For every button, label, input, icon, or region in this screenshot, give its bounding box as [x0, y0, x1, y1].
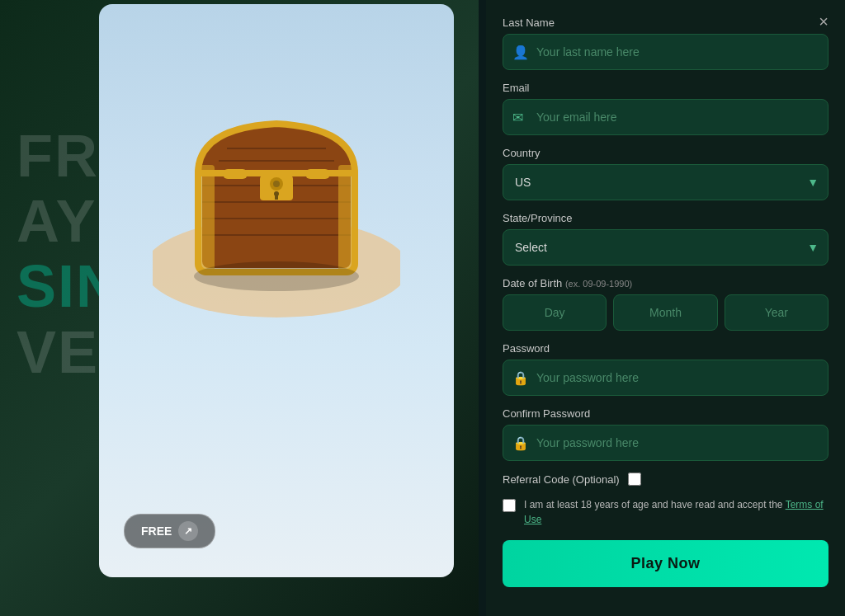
free-button[interactable]: FREE ↗ — [124, 514, 215, 548]
state-field: State/Province Select Alabama Alaska Ari… — [503, 212, 828, 266]
password-input-wrapper: 🔒 — [503, 360, 828, 396]
referral-checkbox[interactable] — [628, 473, 641, 486]
last-name-input-wrapper: 👤 — [503, 34, 828, 70]
dob-day-input[interactable] — [503, 294, 607, 331]
free-label: FREE — [141, 524, 172, 538]
state-select-wrapper: Select Alabama Alaska Arizona California… — [503, 229, 828, 266]
state-label: State/Province — [503, 212, 828, 224]
referral-row: Referral Code (Optional) — [503, 473, 828, 486]
svg-rect-17 — [305, 169, 330, 179]
email-icon: ✉ — [512, 110, 523, 125]
treasure-chest — [153, 54, 400, 317]
country-field: Country US CA UK AU ▼ — [503, 147, 828, 200]
close-button[interactable]: × — [812, 10, 835, 33]
dob-row — [503, 294, 828, 331]
country-select-wrapper: US CA UK AU ▼ — [503, 164, 828, 200]
footer: This site is protected by reCAPTCHA and … — [486, 609, 845, 616]
arrow-icon: ↗ — [178, 521, 198, 541]
terms-text: I am at least 18 years of age and have r… — [524, 497, 828, 527]
country-label: Country — [503, 147, 828, 159]
email-field: Email ✉ — [503, 82, 828, 135]
terms-row: I am at least 18 years of age and have r… — [503, 497, 828, 527]
confirm-lock-icon: 🔒 — [512, 435, 529, 451]
image-card: FREE ↗ — [99, 4, 454, 577]
background-left: FREE AY S SINC VER! NO PUR — [0, 0, 479, 616]
dob-year-input[interactable] — [725, 294, 828, 331]
last-name-input[interactable] — [503, 34, 828, 70]
user-icon: 👤 — [512, 45, 529, 60]
dob-label: Date of Birth (ex. 09-09-1990) — [503, 277, 828, 289]
lock-icon: 🔒 — [512, 370, 529, 386]
svg-rect-14 — [198, 165, 215, 272]
password-input[interactable] — [503, 360, 828, 396]
referral-label: Referral Code (Optional) — [503, 473, 620, 486]
country-select[interactable]: US CA UK AU — [503, 164, 828, 200]
last-name-field: Last Name 👤 — [503, 16, 828, 70]
dob-field: Date of Birth (ex. 09-09-1990) — [503, 277, 828, 331]
svg-rect-15 — [338, 165, 355, 272]
state-select[interactable]: Select Alabama Alaska Arizona California… — [503, 229, 828, 266]
confirm-password-input[interactable] — [503, 425, 828, 461]
password-label: Password — [503, 342, 828, 355]
right-panel[interactable]: × Last Name 👤 Email ✉ Country US CA — [486, 0, 845, 616]
terms-checkbox[interactable] — [503, 499, 516, 512]
last-name-label: Last Name — [503, 16, 828, 29]
play-now-button[interactable]: Play Now — [503, 540, 828, 587]
password-field: Password 🔒 — [503, 342, 828, 396]
svg-point-18 — [194, 261, 359, 291]
svg-rect-13 — [275, 194, 278, 200]
confirm-password-label: Confirm Password — [503, 407, 828, 420]
dob-month-input[interactable] — [613, 294, 717, 331]
email-input-wrapper: ✉ — [503, 99, 828, 135]
svg-rect-16 — [223, 169, 248, 179]
email-input[interactable] — [503, 99, 828, 135]
confirm-password-input-wrapper: 🔒 — [503, 425, 828, 461]
svg-point-11 — [273, 181, 280, 187]
confirm-password-field: Confirm Password 🔒 — [503, 407, 828, 461]
email-label: Email — [503, 82, 828, 94]
form-container: Last Name 👤 Email ✉ Country US CA UK — [486, 0, 845, 609]
